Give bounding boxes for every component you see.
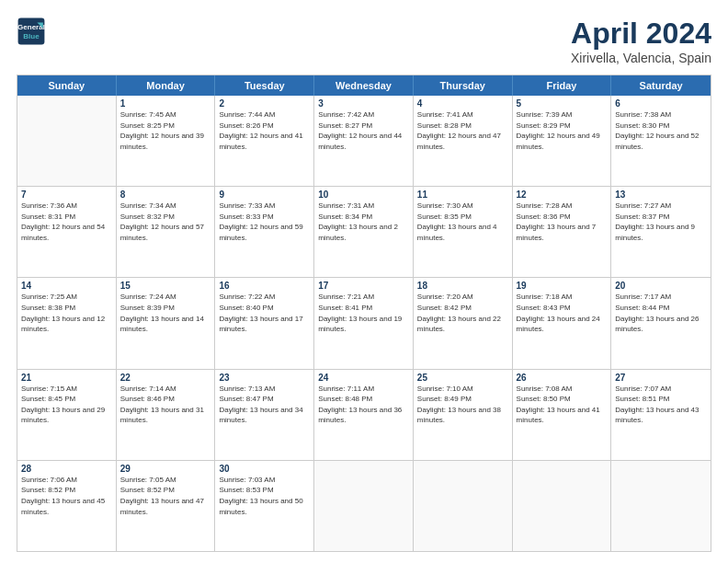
sun-info: Sunrise: 7:24 AMSunset: 8:39 PMDaylight:…	[120, 292, 211, 334]
day-number: 29	[120, 464, 211, 474]
day-of-week-header: Saturday	[611, 75, 711, 96]
day-number: 1	[120, 98, 211, 109]
calendar-cell	[611, 461, 711, 551]
calendar-cell: 1Sunrise: 7:45 AMSunset: 8:25 PMDaylight…	[117, 96, 216, 186]
day-number: 19	[517, 281, 608, 291]
header: General Blue April 2024 Xirivella, Valen…	[17, 17, 711, 65]
calendar-cell: 23Sunrise: 7:13 AMSunset: 8:47 PMDayligh…	[215, 370, 314, 460]
calendar-cell: 6Sunrise: 7:38 AMSunset: 8:30 PMDaylight…	[611, 96, 711, 186]
day-number: 8	[120, 190, 211, 200]
sun-info: Sunrise: 7:41 AMSunset: 8:28 PMDaylight:…	[417, 109, 508, 152]
day-number: 5	[517, 98, 608, 109]
sun-info: Sunrise: 7:34 AMSunset: 8:32 PMDaylight:…	[120, 201, 211, 243]
svg-text:Blue: Blue	[23, 32, 40, 40]
day-number: 28	[21, 464, 112, 474]
day-number: 15	[120, 281, 211, 291]
calendar-cell: 13Sunrise: 7:27 AMSunset: 8:37 PMDayligh…	[611, 187, 711, 277]
day-number: 7	[21, 190, 112, 200]
day-number: 30	[219, 464, 310, 474]
calendar-cell: 20Sunrise: 7:17 AMSunset: 8:44 PMDayligh…	[611, 278, 711, 368]
sun-info: Sunrise: 7:11 AMSunset: 8:48 PMDaylight:…	[318, 384, 409, 426]
day-of-week-header: Wednesday	[314, 75, 414, 96]
calendar-cell: 26Sunrise: 7:08 AMSunset: 8:50 PMDayligh…	[513, 370, 612, 460]
day-number: 14	[21, 281, 112, 291]
sun-info: Sunrise: 7:17 AMSunset: 8:44 PMDaylight:…	[615, 292, 707, 334]
sun-info: Sunrise: 7:39 AMSunset: 8:29 PMDaylight:…	[517, 109, 608, 152]
calendar-row: 1Sunrise: 7:45 AMSunset: 8:25 PMDaylight…	[17, 96, 711, 187]
calendar-cell	[314, 461, 414, 551]
sun-info: Sunrise: 7:03 AMSunset: 8:53 PMDaylight:…	[219, 475, 310, 517]
calendar-cell: 29Sunrise: 7:05 AMSunset: 8:52 PMDayligh…	[117, 461, 216, 551]
calendar-cell: 14Sunrise: 7:25 AMSunset: 8:38 PMDayligh…	[17, 278, 117, 368]
calendar-cell: 17Sunrise: 7:21 AMSunset: 8:41 PMDayligh…	[314, 278, 414, 368]
calendar-cell: 4Sunrise: 7:41 AMSunset: 8:28 PMDaylight…	[414, 96, 513, 186]
sun-info: Sunrise: 7:44 AMSunset: 8:26 PMDaylight:…	[219, 109, 310, 152]
calendar-cell: 2Sunrise: 7:44 AMSunset: 8:26 PMDaylight…	[215, 96, 314, 186]
calendar-cell: 24Sunrise: 7:11 AMSunset: 8:48 PMDayligh…	[314, 370, 414, 460]
calendar-cell: 28Sunrise: 7:06 AMSunset: 8:52 PMDayligh…	[17, 461, 117, 551]
sun-info: Sunrise: 7:45 AMSunset: 8:25 PMDaylight:…	[120, 109, 211, 152]
sun-info: Sunrise: 7:21 AMSunset: 8:41 PMDaylight:…	[318, 292, 409, 334]
sun-info: Sunrise: 7:13 AMSunset: 8:47 PMDaylight:…	[219, 384, 310, 426]
calendar-row: 28Sunrise: 7:06 AMSunset: 8:52 PMDayligh…	[17, 461, 711, 551]
calendar-cell: 18Sunrise: 7:20 AMSunset: 8:42 PMDayligh…	[414, 278, 513, 368]
calendar-cell: 5Sunrise: 7:39 AMSunset: 8:29 PMDaylight…	[513, 96, 612, 186]
day-of-week-header: Sunday	[17, 75, 117, 96]
sun-info: Sunrise: 7:20 AMSunset: 8:42 PMDaylight:…	[417, 292, 508, 334]
calendar-cell: 7Sunrise: 7:36 AMSunset: 8:31 PMDaylight…	[17, 187, 117, 277]
sun-info: Sunrise: 7:06 AMSunset: 8:52 PMDaylight:…	[21, 475, 112, 517]
calendar: SundayMondayTuesdayWednesdayThursdayFrid…	[17, 75, 711, 552]
calendar-cell	[17, 96, 117, 186]
sun-info: Sunrise: 7:22 AMSunset: 8:40 PMDaylight:…	[219, 292, 310, 334]
day-of-week-header: Monday	[117, 75, 216, 96]
calendar-cell: 30Sunrise: 7:03 AMSunset: 8:53 PMDayligh…	[215, 461, 314, 551]
sun-info: Sunrise: 7:14 AMSunset: 8:46 PMDaylight:…	[120, 384, 211, 426]
sun-info: Sunrise: 7:05 AMSunset: 8:52 PMDaylight:…	[120, 475, 211, 517]
calendar-cell: 25Sunrise: 7:10 AMSunset: 8:49 PMDayligh…	[414, 370, 513, 460]
sun-info: Sunrise: 7:36 AMSunset: 8:31 PMDaylight:…	[21, 201, 112, 243]
day-number: 6	[615, 98, 707, 109]
sun-info: Sunrise: 7:33 AMSunset: 8:33 PMDaylight:…	[219, 201, 310, 243]
calendar-cell: 12Sunrise: 7:28 AMSunset: 8:36 PMDayligh…	[513, 187, 612, 277]
calendar-body: 1Sunrise: 7:45 AMSunset: 8:25 PMDaylight…	[17, 96, 711, 551]
day-number: 18	[417, 281, 508, 291]
day-number: 10	[318, 190, 409, 200]
day-number: 25	[417, 373, 508, 383]
day-number: 24	[318, 373, 409, 383]
calendar-cell: 21Sunrise: 7:15 AMSunset: 8:45 PMDayligh…	[17, 370, 117, 460]
calendar-cell: 9Sunrise: 7:33 AMSunset: 8:33 PMDaylight…	[215, 187, 314, 277]
main-title: April 2024	[571, 17, 711, 51]
day-number: 4	[417, 98, 508, 109]
calendar-row: 14Sunrise: 7:25 AMSunset: 8:38 PMDayligh…	[17, 278, 711, 369]
day-number: 9	[219, 190, 310, 200]
day-number: 12	[517, 190, 608, 200]
sun-info: Sunrise: 7:25 AMSunset: 8:38 PMDaylight:…	[21, 292, 112, 334]
sun-info: Sunrise: 7:42 AMSunset: 8:27 PMDaylight:…	[318, 109, 409, 152]
calendar-header: SundayMondayTuesdayWednesdayThursdayFrid…	[17, 75, 711, 96]
page: General Blue April 2024 Xirivella, Valen…	[0, 0, 728, 563]
day-number: 13	[615, 190, 707, 200]
logo-icon: General Blue	[17, 17, 46, 46]
calendar-cell: 10Sunrise: 7:31 AMSunset: 8:34 PMDayligh…	[314, 187, 414, 277]
day-number: 26	[517, 373, 608, 383]
day-of-week-header: Friday	[513, 75, 612, 96]
day-number: 2	[219, 98, 310, 109]
calendar-cell: 22Sunrise: 7:14 AMSunset: 8:46 PMDayligh…	[117, 370, 216, 460]
day-number: 27	[615, 373, 707, 383]
calendar-cell	[414, 461, 513, 551]
calendar-cell: 15Sunrise: 7:24 AMSunset: 8:39 PMDayligh…	[117, 278, 216, 368]
calendar-row: 7Sunrise: 7:36 AMSunset: 8:31 PMDaylight…	[17, 187, 711, 278]
calendar-cell: 11Sunrise: 7:30 AMSunset: 8:35 PMDayligh…	[414, 187, 513, 277]
sun-info: Sunrise: 7:30 AMSunset: 8:35 PMDaylight:…	[417, 201, 508, 243]
calendar-cell	[513, 461, 612, 551]
day-of-week-header: Thursday	[414, 75, 513, 96]
sun-info: Sunrise: 7:07 AMSunset: 8:51 PMDaylight:…	[615, 384, 707, 426]
day-number: 16	[219, 281, 310, 291]
calendar-cell: 19Sunrise: 7:18 AMSunset: 8:43 PMDayligh…	[513, 278, 612, 368]
sun-info: Sunrise: 7:08 AMSunset: 8:50 PMDaylight:…	[517, 384, 608, 426]
day-number: 21	[21, 373, 112, 383]
day-number: 23	[219, 373, 310, 383]
subtitle: Xirivella, Valencia, Spain	[571, 51, 711, 65]
sun-info: Sunrise: 7:10 AMSunset: 8:49 PMDaylight:…	[417, 384, 508, 426]
sun-info: Sunrise: 7:27 AMSunset: 8:37 PMDaylight:…	[615, 201, 707, 243]
